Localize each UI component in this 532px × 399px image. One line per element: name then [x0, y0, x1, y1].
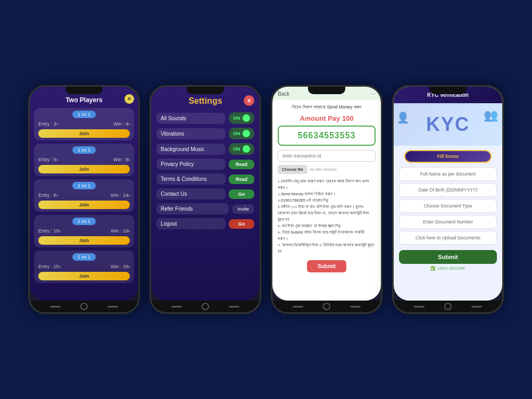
toggle-0[interactable]: ON — [229, 112, 254, 124]
join-btn-3[interactable]: Join — [38, 236, 130, 245]
bottom-bar-line-1 — [50, 306, 61, 307]
setting-label-1: Vibrations — [156, 128, 226, 139]
toggle-1[interactable]: ON — [229, 128, 254, 139]
bottom-bar-circle-3[interactable] — [323, 303, 330, 310]
toggle-circle-2 — [243, 145, 250, 153]
setting-row-5: Contact Us Go — [156, 188, 254, 200]
p3-no-file-label: No file chosen — [310, 167, 337, 172]
phone-3: Back ⋯ নিচের বিকাশ নাম্বারে Send Money ক… — [271, 85, 383, 314]
phone1-cards: 1 vs 1 Entry : 3৳ Win : 4৳ Join 1 vs 1 E… — [34, 108, 134, 283]
p3-instruction: নিচের বিকাশ নাম্বারে Send Money করুন — [278, 104, 376, 110]
p4-submit-btn[interactable]: Submit — [399, 250, 497, 264]
step-6: ৭. আপনার ডিপোজিটকৃত টাকা ৫ মিনিটের মধ্যে… — [278, 242, 376, 255]
action-green-4[interactable]: Read — [229, 174, 254, 184]
setting-label-7: Logout — [156, 218, 226, 229]
player-card-3: 1 vs 1 Entry : 10৳ Win : 16৳ Join — [34, 215, 134, 247]
player-card-1: 1 vs 1 Entry : 5৳ Win : 8৳ Join — [34, 144, 134, 176]
phone1-close-btn[interactable]: ✕ — [124, 94, 134, 104]
phone-notch-4 — [429, 87, 467, 94]
player-card-row-0: Entry : 3৳ Win : 4৳ — [38, 121, 130, 127]
kyc-field-4[interactable]: Click here to Upload Documents — [399, 231, 497, 245]
p4-person-icon-right: 👥 — [484, 109, 498, 122]
p3-choose-file-btn[interactable]: Choose file — [278, 165, 307, 174]
kyc-field-1[interactable]: Date Of Birth (DD/MM/YYYY) — [399, 183, 497, 197]
setting-label-3: Privacy Policy — [156, 159, 226, 170]
join-btn-4[interactable]: Join — [38, 272, 130, 280]
player-card-row-1: Entry : 5৳ Win : 8৳ — [38, 157, 130, 163]
setting-row-4: Terms & Conditions Read — [156, 173, 254, 185]
p3-back-btn[interactable]: Back — [278, 91, 289, 97]
phone-notch-2 — [187, 87, 224, 94]
join-btn-0[interactable]: Join — [38, 129, 130, 138]
p3-amount: Amount Pay 100 — [278, 114, 376, 122]
setting-label-6: Refer Friends — [156, 203, 229, 214]
phone1-title-text: Two Players — [65, 96, 102, 104]
entry-label-1: Entry : 5৳ — [38, 157, 58, 163]
vs-badge-2: 1 vs 1 — [72, 182, 96, 189]
phone-1: Two Players ✕ 1 vs 1 Entry : 3৳ Win : 4৳… — [28, 85, 140, 314]
p3-header-menu: ⋯ — [371, 92, 376, 97]
phone4-screen: KYC Verification KYC 👤 👥 Fill forms Full… — [394, 87, 502, 301]
win-label-0: Win : 4৳ — [113, 121, 130, 127]
kyc-field-2[interactable]: Choose Document Type — [399, 199, 497, 213]
bottom-bar-circle[interactable] — [80, 303, 88, 310]
player-card-row-2: Entry : 8৳ Win : 14৳ — [38, 193, 130, 198]
setting-row-0: All Sounds ON — [156, 112, 254, 124]
phone3-screen: Back ⋯ নিচের বিকাশ নাম্বারে Send Money ক… — [272, 87, 381, 301]
p4-secure-label: 100% SECURE — [437, 266, 466, 271]
kyc-field-3[interactable]: Enter Document Number — [399, 215, 497, 229]
join-btn-1[interactable]: Join — [38, 165, 130, 173]
p4-kyc-text: KYC — [426, 113, 470, 136]
win-label-1: Win : 8৳ — [113, 157, 130, 163]
p3-phone-number: 56634553553 — [278, 126, 376, 146]
vs-badge-4: 1 vs 1 — [72, 253, 96, 261]
phone3-bottom-bar — [272, 301, 381, 312]
settings-rows: All Sounds ON Vibrations ON Background M… — [156, 112, 254, 229]
bottom-bar-line-1d — [414, 306, 425, 307]
action-red-7[interactable]: Go — [229, 219, 254, 229]
step-1: ২.Send Money অপশন নির্বাচন করুন। — [278, 191, 376, 197]
phone1-bottom-bar — [30, 301, 138, 312]
action-green-5[interactable]: Go — [229, 189, 254, 199]
setting-row-1: Vibrations ON — [156, 128, 254, 139]
action-plain-6[interactable]: Invite — [232, 204, 254, 214]
bottom-bar-circle-4[interactable] — [444, 303, 452, 310]
toggle-circle-1 — [243, 130, 250, 137]
phone-4: KYC Verification KYC 👤 👥 Fill forms Full… — [392, 85, 504, 314]
step-3: ৪.সর্বনিম ১০০ টাকা বা তার বেশি টাকা সেন্… — [278, 204, 376, 223]
phone2-screen: Settings ✕ All Sounds ON Vibrations ON B… — [151, 87, 260, 301]
vs-badge-0: 1 vs 1 — [72, 111, 96, 118]
setting-row-7: Logout Go — [156, 218, 254, 229]
win-label-4: Win : 26৳ — [111, 264, 130, 270]
win-label-3: Win : 16৳ — [111, 228, 130, 234]
bottom-bar-line-2 — [107, 306, 118, 307]
settings-close-btn[interactable]: ✕ — [244, 95, 254, 106]
p3-transaction-input[interactable] — [278, 150, 376, 162]
p4-fields: Full Name as per documentDate Of Birth (… — [394, 167, 502, 245]
player-card-4: 1 vs 1 Entry : 15৳ Win : 26৳ Join — [34, 251, 134, 283]
toggle-label-2: ON — [233, 146, 240, 152]
p4-fill-forms-btn[interactable]: Fill forms — [404, 150, 491, 163]
player-card-2: 1 vs 1 Entry : 8৳ Win : 14৳ Join — [34, 179, 134, 212]
p4-kyc-banner: KYC 👤 👥 — [394, 103, 502, 146]
phone1-screen: Two Players ✕ 1 vs 1 Entry : 3৳ Win : 4৳… — [30, 87, 138, 301]
setting-label-0: All Sounds — [156, 113, 226, 124]
entry-label-2: Entry : 8৳ — [38, 193, 58, 198]
p3-submit-btn[interactable]: Submit — [307, 260, 346, 272]
p4-person-icon-left: 👤 — [396, 111, 410, 124]
setting-label-4: Terms & Conditions — [156, 173, 226, 185]
toggle-circle-0 — [243, 114, 250, 122]
entry-label-0: Entry : 3৳ — [38, 121, 58, 127]
settings-title: Settings ✕ — [156, 96, 254, 106]
bottom-bar-line-2b — [229, 306, 239, 307]
bottom-bar-circle-2[interactable] — [202, 303, 209, 310]
entry-label-4: Entry : 15৳ — [38, 264, 61, 270]
phone-2: Settings ✕ All Sounds ON Vibrations ON B… — [149, 85, 261, 314]
action-green-3[interactable]: Read — [229, 160, 254, 169]
bottom-bar-line-2d — [471, 306, 482, 307]
kyc-field-0[interactable]: Full Name as per document — [399, 167, 497, 181]
entry-label-3: Entry : 10৳ — [38, 228, 61, 234]
step-5: ৬. নিচের Submit বাটনে ক্লিক করে পেমেন্ট … — [278, 229, 376, 242]
toggle-2[interactable]: ON — [229, 143, 254, 155]
join-btn-2[interactable]: Join — [38, 201, 130, 209]
